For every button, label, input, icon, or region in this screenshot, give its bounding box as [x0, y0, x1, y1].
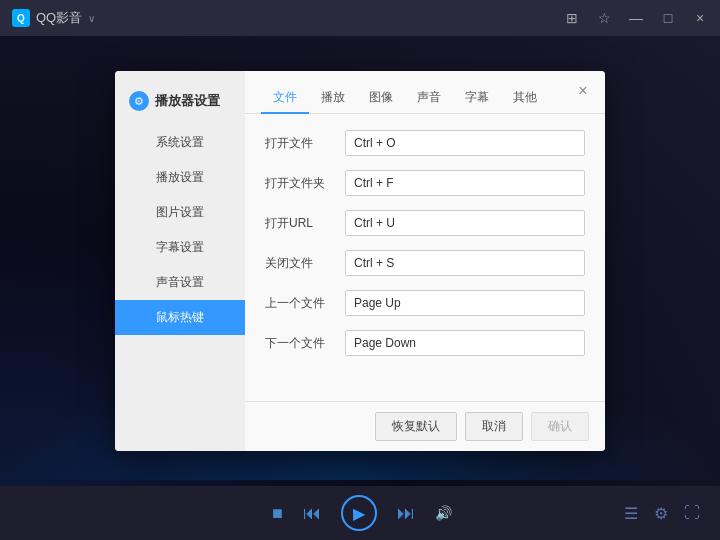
bottom-bar: ■ ⏮ ▶ ⏭ 🔊 ☰ ⚙ ⛶	[0, 486, 720, 540]
settings-form: 打开文件 Ctrl + O 打开文件夹 Ctrl + F 打开URL Ctrl …	[245, 114, 605, 401]
sidebar-header-title: 播放器设置	[155, 92, 220, 110]
input-open-folder[interactable]: Ctrl + F	[345, 170, 585, 196]
play-icon: ▶	[353, 504, 365, 523]
close-window-icon[interactable]: ×	[692, 10, 708, 26]
sidebar-item-sound[interactable]: 声音设置	[115, 265, 245, 300]
settings-tabs: 文件 播放 图像 声音 字幕 其他	[245, 71, 605, 114]
sidebar-header: ⚙ 播放器设置	[115, 83, 245, 125]
dialog-close-button[interactable]: ×	[573, 81, 593, 101]
form-row-open-url: 打开URL Ctrl + U	[265, 210, 585, 236]
sidebar-item-subtitle[interactable]: 字幕设置	[115, 230, 245, 265]
settings-dialog: × ⚙ 播放器设置 系统设置 播放设置 图片设置 字幕设置 声音设置 鼠标热键 …	[115, 71, 605, 451]
input-prev-file[interactable]: Page Up	[345, 290, 585, 316]
tab-other[interactable]: 其他	[501, 83, 549, 114]
tab-playback[interactable]: 播放	[309, 83, 357, 114]
form-row-close-file: 关闭文件 Ctrl + S	[265, 250, 585, 276]
pin-icon[interactable]: ☆	[596, 10, 612, 26]
tab-image[interactable]: 图像	[357, 83, 405, 114]
titlebar-right: ⊞ ☆ — □ ×	[564, 10, 708, 26]
sidebar-item-playback[interactable]: 播放设置	[115, 160, 245, 195]
prev-button[interactable]: ⏮	[303, 503, 321, 524]
settings-footer: 恢复默认 取消 确认	[245, 401, 605, 451]
form-row-open-file: 打开文件 Ctrl + O	[265, 130, 585, 156]
cancel-button[interactable]: 取消	[465, 412, 523, 441]
settings-sidebar: ⚙ 播放器设置 系统设置 播放设置 图片设置 字幕设置 声音设置 鼠标热键	[115, 71, 245, 451]
label-open-folder: 打开文件夹	[265, 175, 345, 192]
next-button[interactable]: ⏭	[397, 503, 415, 524]
tab-sound[interactable]: 声音	[405, 83, 453, 114]
bottom-right-icons: ☰ ⚙ ⛶	[624, 504, 700, 523]
form-row-open-folder: 打开文件夹 Ctrl + F	[265, 170, 585, 196]
fullscreen-icon[interactable]: ⛶	[684, 504, 700, 522]
app-logo: Q	[12, 9, 30, 27]
form-row-prev-file: 上一个文件 Page Up	[265, 290, 585, 316]
label-next-file: 下一个文件	[265, 335, 345, 352]
input-open-url[interactable]: Ctrl + U	[345, 210, 585, 236]
form-row-next-file: 下一个文件 Page Down	[265, 330, 585, 356]
titlebar: Q QQ影音 ∨ ⊞ ☆ — □ ×	[0, 0, 720, 36]
input-close-file[interactable]: Ctrl + S	[345, 250, 585, 276]
titlebar-left: Q QQ影音 ∨	[12, 9, 95, 27]
restore-defaults-button[interactable]: 恢复默认	[375, 412, 457, 441]
sidebar-item-system[interactable]: 系统设置	[115, 125, 245, 160]
volume-button[interactable]: 🔊	[435, 505, 452, 521]
app-title: QQ影音	[36, 9, 82, 27]
title-chevron[interactable]: ∨	[88, 13, 95, 24]
settings-icon[interactable]: ⚙	[654, 504, 668, 523]
label-open-url: 打开URL	[265, 215, 345, 232]
label-open-file: 打开文件	[265, 135, 345, 152]
playback-controls: ■ ⏮ ▶ ⏭ 🔊	[100, 495, 624, 531]
settings-content: 文件 播放 图像 声音 字幕 其他 打开文件 Ctrl + O 打开文件夹 Ct…	[245, 71, 605, 451]
playlist-icon[interactable]: ☰	[624, 504, 638, 523]
input-open-file[interactable]: Ctrl + O	[345, 130, 585, 156]
sidebar-item-hotkeys[interactable]: 鼠标热键	[115, 300, 245, 335]
label-close-file: 关闭文件	[265, 255, 345, 272]
tab-file[interactable]: 文件	[261, 83, 309, 114]
confirm-button[interactable]: 确认	[531, 412, 589, 441]
dialog-overlay: × ⚙ 播放器设置 系统设置 播放设置 图片设置 字幕设置 声音设置 鼠标热键 …	[0, 36, 720, 486]
tab-subtitle[interactable]: 字幕	[453, 83, 501, 114]
label-prev-file: 上一个文件	[265, 295, 345, 312]
input-next-file[interactable]: Page Down	[345, 330, 585, 356]
maximize-icon[interactable]: □	[660, 10, 676, 26]
play-button[interactable]: ▶	[341, 495, 377, 531]
minimize-icon[interactable]: —	[628, 10, 644, 26]
screen-icon[interactable]: ⊞	[564, 10, 580, 26]
sidebar-item-image[interactable]: 图片设置	[115, 195, 245, 230]
sidebar-header-icon: ⚙	[129, 91, 149, 111]
stop-button[interactable]: ■	[272, 503, 283, 524]
